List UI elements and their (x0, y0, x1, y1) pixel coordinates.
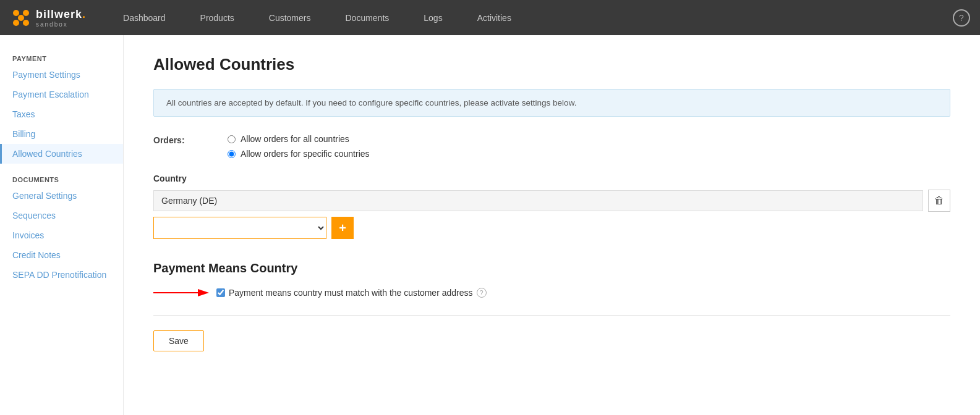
radio-specific-countries[interactable]: Allow orders for specific countries (228, 149, 370, 159)
country-value: Germany (DE) (153, 190, 923, 211)
page-layout: PAYMENT Payment Settings Payment Escalat… (0, 35, 980, 415)
orders-form-row: Orders: Allow orders for all countries A… (153, 134, 950, 159)
sidebar-item-credit-notes[interactable]: Credit Notes (0, 245, 123, 265)
sidebar-item-billing[interactable]: Billing (0, 124, 123, 144)
sidebar-item-payment-escalation[interactable]: Payment Escalation (0, 85, 123, 104)
payment-means-checkbox-label[interactable]: Payment means country must match with th… (216, 288, 487, 298)
logo-name: billwerk. (36, 8, 86, 21)
nav-activities[interactable]: Activities (460, 0, 529, 35)
country-select[interactable] (153, 217, 326, 239)
main-content: Allowed Countries All countries are acce… (124, 35, 980, 415)
help-button[interactable]: ? (953, 9, 970, 27)
radio-all-input[interactable] (228, 135, 236, 143)
svg-point-3 (23, 20, 29, 26)
add-country-button[interactable]: + (331, 217, 354, 239)
nav-documents[interactable]: Documents (328, 0, 406, 35)
payment-means-title: Payment Means Country (153, 261, 950, 275)
nav-logs[interactable]: Logs (406, 0, 459, 35)
radio-specific-input[interactable] (228, 150, 236, 158)
payment-section-title: PAYMENT (0, 50, 123, 65)
svg-marker-6 (198, 289, 209, 296)
svg-point-1 (23, 10, 29, 16)
sidebar-item-allowed-countries[interactable]: Allowed Countries (0, 144, 123, 164)
plus-icon: + (339, 221, 346, 235)
svg-point-0 (13, 10, 19, 16)
country-section: Country Germany (DE) 🗑 + (153, 174, 950, 239)
country-field-label: Country (153, 174, 950, 183)
orders-radio-group: Allow orders for all countries Allow ord… (228, 134, 370, 159)
payment-means-checkbox-text: Payment means country must match with th… (229, 288, 473, 298)
logo-text: billwerk. sandbox (36, 8, 86, 28)
sidebar-item-taxes[interactable]: Taxes (0, 104, 123, 124)
svg-point-4 (18, 15, 24, 21)
orders-label: Orders: (153, 134, 228, 145)
sidebar-item-sepa-dd[interactable]: SEPA DD Prenotification (0, 265, 123, 285)
checkbox-row: Payment means country must match with th… (153, 285, 950, 300)
svg-point-2 (13, 20, 19, 26)
nav-products[interactable]: Products (183, 0, 252, 35)
logo-icon (10, 7, 32, 29)
nav-customers[interactable]: Customers (252, 0, 328, 35)
sidebar-item-general-settings[interactable]: General Settings (0, 186, 123, 206)
sidebar: PAYMENT Payment Settings Payment Escalat… (0, 35, 124, 415)
nav-right: ? (953, 9, 970, 27)
add-country-row: + (153, 217, 950, 239)
top-nav: billwerk. sandbox Dashboard Products Cus… (0, 0, 980, 35)
radio-specific-label: Allow orders for specific countries (241, 149, 370, 159)
radio-all-countries[interactable]: Allow orders for all countries (228, 134, 370, 144)
sidebar-item-sequences[interactable]: Sequences (0, 206, 123, 225)
sidebar-item-payment-settings[interactable]: Payment Settings (0, 65, 123, 85)
documents-section-title: DOCUMENTS (0, 171, 123, 186)
radio-all-label: Allow orders for all countries (241, 134, 349, 144)
payment-means-checkbox[interactable] (216, 288, 225, 297)
checkbox-help-icon[interactable]: ? (477, 288, 487, 298)
divider (153, 315, 950, 316)
country-row: Germany (DE) 🗑 (153, 190, 950, 212)
logo-sandbox: sandbox (36, 21, 86, 28)
red-arrow-icon (153, 285, 209, 300)
logo: billwerk. sandbox (10, 7, 86, 29)
delete-country-button[interactable]: 🗑 (928, 190, 950, 212)
trash-icon: 🗑 (934, 195, 944, 206)
nav-dashboard[interactable]: Dashboard (106, 0, 183, 35)
nav-links: Dashboard Products Customers Documents L… (106, 0, 953, 35)
sidebar-item-invoices[interactable]: Invoices (0, 225, 123, 245)
info-box: All countries are accepted by default. I… (153, 89, 950, 117)
page-title: Allowed Countries (153, 55, 950, 74)
save-button[interactable]: Save (153, 330, 204, 351)
